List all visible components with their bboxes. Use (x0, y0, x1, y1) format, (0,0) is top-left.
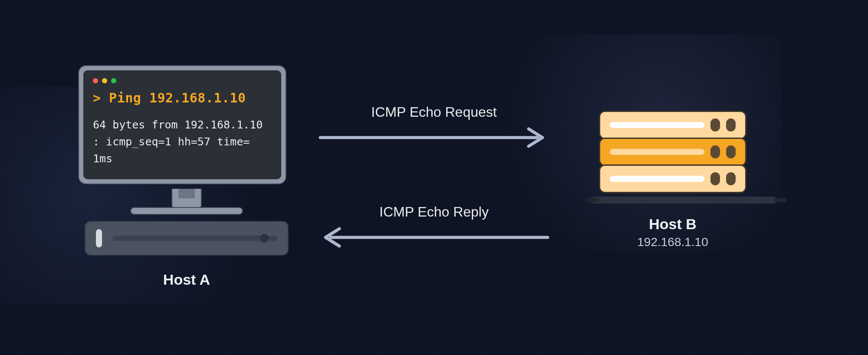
host-a: > Ping 192.168.1.10 64 bytes from 192.16… (78, 65, 295, 288)
window-traffic-lights-icon (93, 78, 272, 83)
server-unit-icon (599, 138, 746, 166)
terminal-screen: > Ping 192.168.1.10 64 bytes from 192.16… (83, 70, 281, 179)
reply-arrow-label: ICMP Echo Reply (317, 204, 551, 220)
request-arrow: ICMP Echo Request (317, 104, 551, 151)
optical-drive-icon (112, 236, 277, 241)
monitor-icon: > Ping 192.168.1.10 64 bytes from 192.16… (78, 65, 286, 184)
host-b-ip: 192.168.1.10 (590, 235, 755, 249)
arrow-left-icon (317, 224, 551, 250)
arrow-right-icon (317, 125, 551, 151)
reply-arrow: ICMP Echo Reply (317, 204, 551, 250)
server-shelf-icon (590, 197, 777, 204)
request-arrow-label: ICMP Echo Request (317, 104, 551, 120)
minimize-dot-icon (102, 78, 107, 83)
power-led-icon (96, 229, 102, 247)
terminal-command: > Ping 192.168.1.10 (93, 90, 272, 105)
host-b: Host B 192.168.1.10 (590, 111, 755, 249)
close-dot-icon (93, 78, 98, 83)
zoom-dot-icon (111, 78, 116, 83)
host-a-label: Host A (78, 271, 295, 288)
monitor-stand-icon (171, 189, 202, 208)
server-unit-icon (599, 111, 746, 139)
terminal-output: 64 bytes from 192.168.1.10 : icmp_seq=1 … (93, 117, 272, 167)
monitor-base-icon (130, 207, 243, 215)
desktop-tower-icon (85, 221, 289, 256)
server-unit-icon (599, 164, 746, 193)
server-stack-icon (599, 111, 746, 193)
host-b-label: Host B (590, 216, 755, 233)
